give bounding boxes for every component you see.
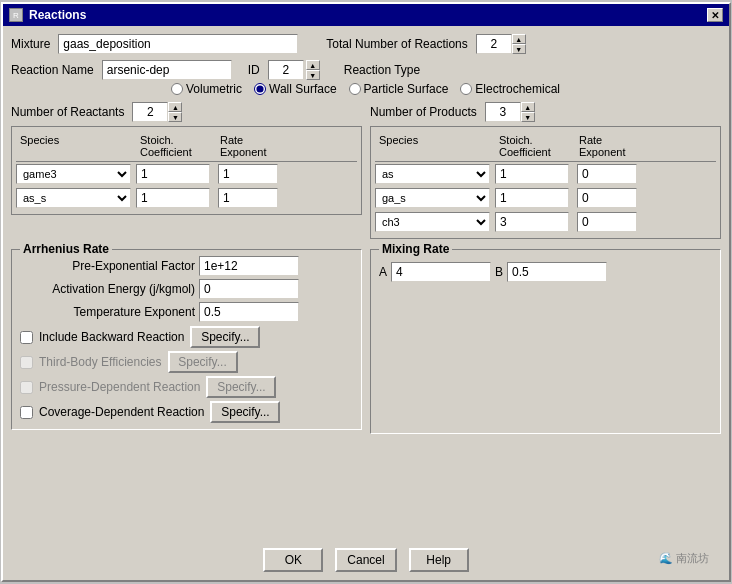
id-value[interactable] [268, 60, 304, 80]
num-products-down[interactable]: ▼ [521, 112, 535, 122]
reactant-row-2: as_s [16, 186, 357, 210]
temp-exp-row: Temperature Exponent [20, 302, 353, 322]
id-down[interactable]: ▼ [306, 70, 320, 80]
mixture-input[interactable] [58, 34, 298, 54]
total-reactions-down[interactable]: ▼ [512, 44, 526, 54]
pressure-dependent-checkbox[interactable] [20, 381, 33, 394]
num-reactants-up[interactable]: ▲ [168, 102, 182, 112]
activation-input[interactable] [199, 279, 299, 299]
products-species-header: Species [375, 133, 495, 159]
product-3-rate-input[interactable] [577, 212, 637, 232]
third-body-label: Third-Body Efficiencies [39, 355, 162, 369]
num-reactants-value[interactable] [132, 102, 168, 122]
activation-row: Activation Energy (j/kgmol) [20, 279, 353, 299]
coverage-dependent-label: Coverage-Dependent Reaction [39, 405, 204, 419]
reaction-name-input[interactable] [102, 60, 232, 80]
reactant-row-1: game3 [16, 162, 357, 186]
total-reactions-spinner: ▲ ▼ [476, 34, 526, 54]
tables-section: Number of Reactants ▲ ▼ Species Stoich.C… [11, 102, 721, 239]
num-products-up[interactable]: ▲ [521, 102, 535, 112]
radio-particle-surface-input[interactable] [349, 83, 361, 95]
product-1-stoich [495, 164, 575, 184]
products-header: Species Stoich.Coefficient RateExponent [375, 131, 716, 162]
pre-exp-input[interactable] [199, 256, 299, 276]
reactant-2-species: as_s [16, 188, 134, 208]
product-row-2: ga_s [375, 186, 716, 210]
reactant-1-stoich-input[interactable] [136, 164, 210, 184]
reactant-2-stoich-input[interactable] [136, 188, 210, 208]
num-reactants-label: Number of Reactants [11, 105, 124, 119]
mixing-title: Mixing Rate [379, 242, 452, 256]
include-backward-label: Include Backward Reaction [39, 330, 184, 344]
temp-exp-input[interactable] [199, 302, 299, 322]
product-row-3: ch3 [375, 210, 716, 234]
products-stoich-header: Stoich.Coefficient [495, 133, 575, 159]
total-reactions-value[interactable] [476, 34, 512, 54]
product-3-stoich-input[interactable] [495, 212, 569, 232]
reactant-2-species-select[interactable]: as_s [16, 188, 131, 208]
product-3-species: ch3 [375, 212, 493, 232]
mixture-label: Mixture [11, 37, 50, 51]
product-1-stoich-input[interactable] [495, 164, 569, 184]
reactant-2-rate-input[interactable] [218, 188, 278, 208]
title-bar: R Reactions ✕ [3, 4, 729, 26]
num-products-value[interactable] [485, 102, 521, 122]
pressure-dependent-label: Pressure-Dependent Reaction [39, 380, 200, 394]
reactants-table: Species Stoich.Coefficient RateExponent … [11, 126, 362, 215]
num-products-label: Number of Products [370, 105, 477, 119]
include-backward-specify[interactable]: Specify... [190, 326, 260, 348]
num-products-buttons: ▲ ▼ [521, 102, 535, 122]
mixing-inputs-row: A B [379, 262, 712, 282]
ok-button[interactable]: OK [263, 548, 323, 572]
mixing-panel: Mixing Rate A B [370, 245, 721, 430]
checkbox-row-3: Pressure-Dependent Reaction Specify... [20, 376, 353, 398]
mixture-row: Mixture Total Number of Reactions ▲ ▼ [11, 34, 721, 54]
radio-wall-surface-input[interactable] [254, 83, 266, 95]
mixing-a-input[interactable] [391, 262, 491, 282]
help-button[interactable]: Help [409, 548, 469, 572]
num-reactants-buttons: ▲ ▼ [168, 102, 182, 122]
radio-electrochemical-input[interactable] [460, 83, 472, 95]
activation-label: Activation Energy (j/kgmol) [20, 282, 195, 296]
reaction-name-row: Reaction Name ID ▲ ▼ Reaction Type [11, 60, 721, 80]
include-backward-checkbox[interactable] [20, 331, 33, 344]
mixing-b-label: B [495, 265, 503, 279]
radio-particle-surface[interactable]: Particle Surface [349, 82, 449, 96]
product-2-rate-input[interactable] [577, 188, 637, 208]
products-section: Number of Products ▲ ▼ Species Stoich.Co… [370, 102, 721, 239]
third-body-checkbox[interactable] [20, 356, 33, 369]
reactant-1-species-select[interactable]: game3 [16, 164, 131, 184]
id-up[interactable]: ▲ [306, 60, 320, 70]
product-2-stoich-input[interactable] [495, 188, 569, 208]
reactants-stoich-header: Stoich.Coefficient [136, 133, 216, 159]
pressure-dependent-specify[interactable]: Specify... [206, 376, 276, 398]
num-products-spinner: ▲ ▼ [485, 102, 535, 122]
total-reactions-buttons: ▲ ▼ [512, 34, 526, 54]
product-3-rate [577, 212, 647, 232]
radio-wall-surface[interactable]: Wall Surface [254, 82, 337, 96]
product-1-species: as [375, 164, 493, 184]
reactants-header: Species Stoich.Coefficient RateExponent [16, 131, 357, 162]
reactant-1-species: game3 [16, 164, 134, 184]
logo-text: 🌊 南流坊 [659, 551, 709, 566]
product-1-rate-input[interactable] [577, 164, 637, 184]
radio-volumetric[interactable]: Volumetric [171, 82, 242, 96]
radio-volumetric-label: Volumetric [186, 82, 242, 96]
total-reactions-up[interactable]: ▲ [512, 34, 526, 44]
third-body-specify[interactable]: Specify... [168, 351, 238, 373]
reactants-rate-header: RateExponent [216, 133, 286, 159]
coverage-dependent-specify[interactable]: Specify... [210, 401, 280, 423]
product-2-species-select[interactable]: ga_s [375, 188, 490, 208]
reactant-1-rate-input[interactable] [218, 164, 278, 184]
cancel-button[interactable]: Cancel [335, 548, 396, 572]
close-button[interactable]: ✕ [707, 8, 723, 22]
id-buttons: ▲ ▼ [306, 60, 320, 80]
product-1-species-select[interactable]: as [375, 164, 490, 184]
coverage-dependent-checkbox[interactable] [20, 406, 33, 419]
num-reactants-down[interactable]: ▼ [168, 112, 182, 122]
reactants-species-header: Species [16, 133, 136, 159]
product-3-species-select[interactable]: ch3 [375, 212, 490, 232]
radio-electrochemical[interactable]: Electrochemical [460, 82, 560, 96]
radio-volumetric-input[interactable] [171, 83, 183, 95]
mixing-b-input[interactable] [507, 262, 607, 282]
